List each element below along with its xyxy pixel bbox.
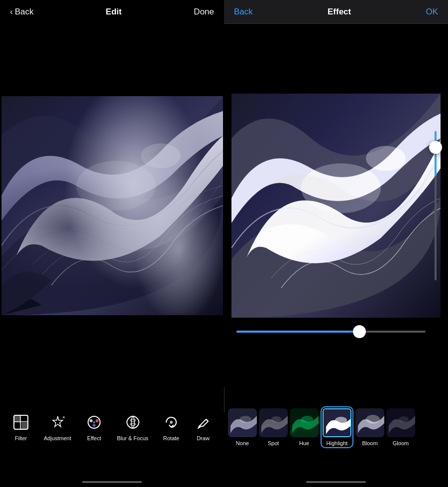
images-area [0, 24, 448, 387]
svg-point-23 [271, 416, 281, 422]
svg-rect-8 [21, 423, 28, 429]
vertical-slider-track [435, 131, 437, 280]
svg-point-18 [130, 423, 136, 425]
effect-thumb-bloom [355, 408, 384, 437]
svg-point-16 [93, 421, 95, 423]
rotate-icon [162, 413, 180, 431]
svg-point-13 [90, 419, 93, 422]
svg-point-27 [335, 417, 347, 424]
svg-point-29 [366, 415, 380, 424]
effect-item-highlight[interactable]: Highlight [321, 406, 353, 448]
left-image-container [0, 96, 224, 315]
tool-blur-focus[interactable]: Blur & Focus [117, 413, 148, 441]
edit-topbar: ‹ Back Edit Done [0, 0, 224, 24]
tool-effect[interactable]: Effect [85, 413, 103, 441]
tool-filter[interactable]: Filter [12, 413, 30, 441]
home-indicator-right [306, 481, 366, 483]
svg-rect-0 [1, 96, 223, 315]
effect-item-none[interactable]: None [228, 408, 257, 446]
svg-point-17 [130, 419, 136, 421]
right-image-svg [231, 94, 441, 318]
effect-item-bloom[interactable]: Bloom [355, 408, 384, 446]
horizontal-slider-area [224, 331, 438, 333]
horizontal-slider-thumb[interactable] [353, 325, 366, 338]
effect-label-gloom: Gloom [393, 440, 409, 446]
draw-icon [194, 413, 212, 431]
chevron-left-icon: ‹ [10, 7, 13, 17]
effect-label-bloom: Bloom [362, 440, 377, 446]
effect-topbar: Back Effect OK [224, 0, 448, 24]
adjustment-icon [49, 413, 67, 431]
right-toolbar: None Spot Hue [224, 395, 448, 460]
filter-label: Filter [15, 435, 27, 441]
svg-point-4 [301, 163, 381, 213]
effect-item-gloom[interactable]: Gloom [386, 408, 415, 446]
draw-label: Draw [197, 435, 210, 441]
effect-thumb-highlight [323, 408, 351, 437]
effect-label-hue: Hue [299, 440, 309, 446]
edit-back-button[interactable]: ‹ Back [10, 7, 33, 17]
edit-title: Edit [106, 7, 121, 17]
filter-icon [12, 413, 30, 431]
effect-thumb-none [228, 408, 257, 437]
effect-label-highlight: Highlight [327, 440, 348, 446]
edit-done-button[interactable]: Done [194, 7, 214, 17]
left-toolbar: Filter Adjustment Effect [0, 397, 224, 457]
svg-point-15 [93, 424, 96, 427]
svg-point-2 [141, 143, 181, 168]
vertical-slider-thumb[interactable] [429, 141, 442, 154]
vertical-slider[interactable] [428, 126, 443, 285]
svg-point-5 [366, 146, 406, 171]
tool-draw[interactable]: Draw [194, 413, 212, 441]
horizontal-slider-track[interactable] [236, 331, 426, 333]
svg-point-11 [63, 416, 65, 418]
effect-thumb-hue [290, 408, 319, 437]
effect-label-spot: Spot [268, 440, 279, 446]
blur-focus-icon [124, 413, 142, 431]
svg-point-14 [96, 419, 99, 422]
svg-point-25 [301, 416, 313, 423]
rotate-label: Rotate [163, 435, 179, 441]
home-indicator-left [82, 481, 142, 483]
svg-point-21 [239, 416, 251, 423]
horizontal-slider-fill [236, 331, 359, 333]
effect-icon [85, 413, 103, 431]
effect-label-none: None [236, 440, 249, 446]
svg-point-19 [170, 421, 173, 424]
blur-focus-label: Blur & Focus [117, 435, 148, 441]
tool-adjustment[interactable]: Adjustment [44, 413, 71, 441]
effect-thumb-gloom [386, 408, 415, 437]
svg-rect-7 [14, 415, 20, 422]
adjustment-label: Adjustment [44, 435, 71, 441]
effect-label: Effect [87, 435, 101, 441]
effect-ok-button[interactable]: OK [426, 7, 438, 17]
right-image-container [224, 94, 448, 318]
left-image [1, 96, 223, 315]
effect-back-button[interactable]: Back [234, 7, 253, 17]
effect-thumb-spot [259, 408, 288, 437]
left-image-svg [1, 96, 223, 315]
svg-point-1 [76, 161, 156, 211]
effect-item-spot[interactable]: Spot [259, 408, 288, 446]
effect-item-hue[interactable]: Hue [290, 408, 319, 446]
svg-point-31 [399, 416, 409, 422]
right-image[interactable] [231, 94, 441, 318]
effect-title: Effect [328, 7, 351, 17]
tool-rotate[interactable]: Rotate [162, 413, 180, 441]
